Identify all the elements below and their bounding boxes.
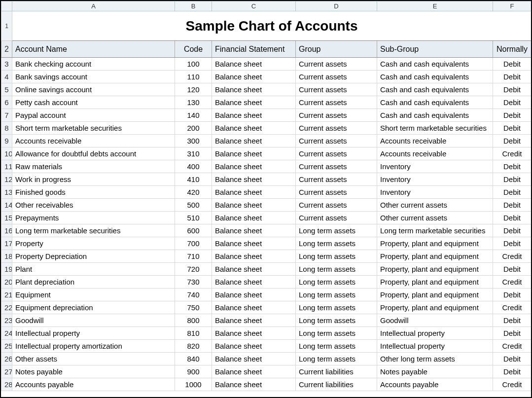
cell-code[interactable]: 900: [175, 365, 212, 378]
cell-sub-group[interactable]: Inventory: [377, 160, 493, 173]
cell-normally[interactable]: Debit: [493, 58, 532, 71]
cell-sub-group[interactable]: Cash and cash equivalents: [377, 58, 493, 71]
cell-financial-statement[interactable]: Balance sheet: [212, 276, 296, 289]
cell-financial-statement[interactable]: Balance sheet: [212, 58, 296, 71]
cell-account-name[interactable]: Petty cash account: [12, 96, 175, 109]
cell-group[interactable]: Long term assets: [296, 340, 377, 353]
cell-account-name[interactable]: Property Depreciation: [12, 250, 175, 263]
cell-group[interactable]: Long term assets: [296, 314, 377, 327]
cell-normally[interactable]: Debit: [493, 314, 532, 327]
cell-normally[interactable]: Credit: [493, 147, 532, 160]
cell-financial-statement[interactable]: Balance sheet: [212, 173, 296, 186]
cell-code[interactable]: 600: [175, 224, 212, 237]
cell-sub-group[interactable]: Accounts payable: [377, 378, 493, 391]
cell-sub-group[interactable]: Intellectual property: [377, 327, 493, 340]
cell-normally[interactable]: Credit: [493, 250, 532, 263]
cell-group[interactable]: Long term assets: [296, 289, 377, 301]
col-header-A[interactable]: A: [12, 1, 175, 11]
cell-group[interactable]: Long term assets: [296, 263, 377, 276]
cell-financial-statement[interactable]: Balance sheet: [212, 327, 296, 340]
cell-normally[interactable]: Debit: [493, 237, 532, 250]
cell-financial-statement[interactable]: Balance sheet: [212, 250, 296, 263]
cell-code[interactable]: 510: [175, 212, 212, 224]
cell-group[interactable]: Current assets: [296, 160, 377, 173]
cell-sub-group[interactable]: Accounts receivable: [377, 147, 493, 160]
row-header-17[interactable]: 17: [1, 237, 12, 250]
cell-group[interactable]: Long term assets: [296, 327, 377, 340]
cell-normally[interactable]: Debit: [493, 327, 532, 340]
cell-account-name[interactable]: Plant: [12, 263, 175, 276]
cell-sub-group[interactable]: Other long term assets: [377, 353, 493, 365]
cell-normally[interactable]: Debit: [493, 263, 532, 276]
cell-account-name[interactable]: Work in progress: [12, 173, 175, 186]
cell-financial-statement[interactable]: Balance sheet: [212, 147, 296, 160]
cell-normally[interactable]: Debit: [493, 365, 532, 378]
row-header-3[interactable]: 3: [1, 58, 12, 71]
cell-code[interactable]: 140: [175, 109, 212, 122]
cell-code[interactable]: 750: [175, 301, 212, 314]
cell-sub-group[interactable]: Property, plant and equipment: [377, 276, 493, 289]
cell-account-name[interactable]: Paypal account: [12, 109, 175, 122]
cell-group[interactable]: Long term assets: [296, 353, 377, 365]
row-header-16[interactable]: 16: [1, 224, 12, 237]
cell-sub-group[interactable]: Property, plant and equipment: [377, 301, 493, 314]
row-header-2[interactable]: 2: [1, 41, 12, 58]
row-header-7[interactable]: 7: [1, 109, 12, 122]
row-header-21[interactable]: 21: [1, 289, 12, 301]
cell-account-name[interactable]: Bank checking account: [12, 58, 175, 71]
cell-group[interactable]: Current assets: [296, 212, 377, 224]
cell-financial-statement[interactable]: Balance sheet: [212, 365, 296, 378]
cell-account-name[interactable]: Intellectual property: [12, 327, 175, 340]
cell-account-name[interactable]: Online savings account: [12, 83, 175, 96]
header-account-name[interactable]: Account Name: [12, 41, 175, 58]
col-header-F[interactable]: F: [493, 1, 532, 11]
row-header-13[interactable]: 13: [1, 186, 12, 199]
row-header-4[interactable]: 4: [1, 71, 12, 83]
header-code[interactable]: Code: [175, 41, 212, 58]
cell-account-name[interactable]: Raw materials: [12, 160, 175, 173]
cell-code[interactable]: 200: [175, 122, 212, 135]
cell-sub-group[interactable]: Property, plant and equipment: [377, 237, 493, 250]
cell-financial-statement[interactable]: Balance sheet: [212, 71, 296, 83]
cell-sub-group[interactable]: Goodwill: [377, 314, 493, 327]
cell-sub-group[interactable]: Property, plant and equipment: [377, 250, 493, 263]
cell-group[interactable]: Current liabilities: [296, 365, 377, 378]
cell-normally[interactable]: Credit: [493, 340, 532, 353]
cell-group[interactable]: Current assets: [296, 96, 377, 109]
cell-financial-statement[interactable]: Balance sheet: [212, 224, 296, 237]
cell-group[interactable]: Current assets: [296, 122, 377, 135]
cell-code[interactable]: 500: [175, 199, 212, 212]
cell-sub-group[interactable]: Property, plant and equipment: [377, 263, 493, 276]
row-header-6[interactable]: 6: [1, 96, 12, 109]
cell-code[interactable]: 740: [175, 289, 212, 301]
col-header-D[interactable]: D: [296, 1, 377, 11]
cell-sub-group[interactable]: Notes payable: [377, 365, 493, 378]
cell-sub-group[interactable]: Cash and cash equivalents: [377, 83, 493, 96]
cell-financial-statement[interactable]: Balance sheet: [212, 160, 296, 173]
cell-code[interactable]: 730: [175, 276, 212, 289]
cell-normally[interactable]: Debit: [493, 212, 532, 224]
cell-normally[interactable]: Debit: [493, 160, 532, 173]
cell-group[interactable]: Current assets: [296, 173, 377, 186]
cell-account-name[interactable]: Notes payable: [12, 365, 175, 378]
cell-code[interactable]: 310: [175, 147, 212, 160]
cell-group[interactable]: Current assets: [296, 147, 377, 160]
cell-code[interactable]: 410: [175, 173, 212, 186]
header-group[interactable]: Group: [296, 41, 377, 58]
col-header-C[interactable]: C: [212, 1, 296, 11]
cell-normally[interactable]: Debit: [493, 173, 532, 186]
row-header-23[interactable]: 23: [1, 314, 12, 327]
cell-account-name[interactable]: Other assets: [12, 353, 175, 365]
row-header-28[interactable]: 28: [1, 378, 12, 391]
cell-code[interactable]: 300: [175, 135, 212, 147]
cell-financial-statement[interactable]: Balance sheet: [212, 199, 296, 212]
cell-account-name[interactable]: Accounts receivable: [12, 135, 175, 147]
cell-code[interactable]: 820: [175, 340, 212, 353]
cell-financial-statement[interactable]: Balance sheet: [212, 122, 296, 135]
sheet-title[interactable]: Sample Chart of Accounts: [12, 11, 532, 41]
cell-code[interactable]: 800: [175, 314, 212, 327]
cell-normally[interactable]: Debit: [493, 83, 532, 96]
cell-financial-statement[interactable]: Balance sheet: [212, 237, 296, 250]
cell-code[interactable]: 1000: [175, 378, 212, 391]
cell-code[interactable]: 810: [175, 327, 212, 340]
